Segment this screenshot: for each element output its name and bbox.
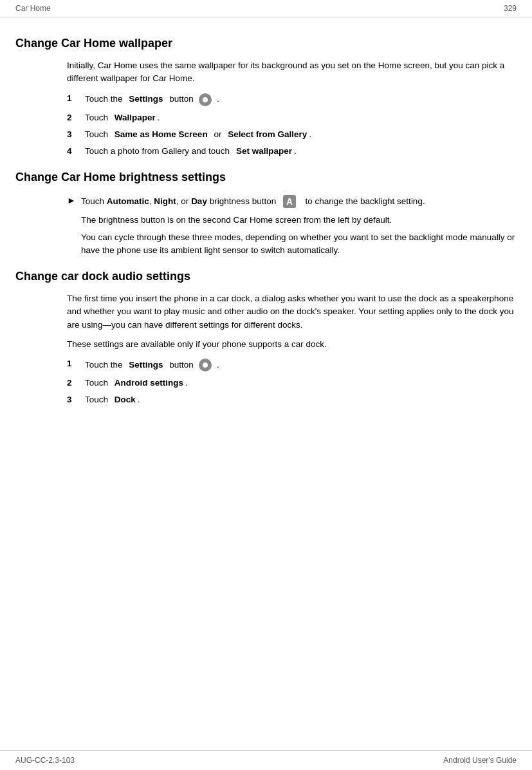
step-content-3: Touch Same as Home Screen or Select from…: [85, 128, 517, 141]
audio-content: The first time you insert the phone in a…: [15, 292, 517, 407]
step-num-2: 2: [67, 111, 85, 124]
audio-step-1: 1 Touch the Settings button: [67, 357, 517, 373]
brightness-icon: A: [281, 193, 298, 210]
audio-section: Change car dock audio settings The first…: [15, 270, 517, 407]
step-num-3: 3: [67, 128, 85, 141]
header-left: Car Home: [15, 4, 51, 13]
settings-icon-2: [197, 357, 213, 373]
svg-point-9: [203, 362, 208, 368]
brightness-section: Change Car Home brightness settings ► To…: [15, 171, 517, 257]
footer-bar: AUG-CC-2.3-103 Android User's Guide: [0, 750, 532, 770]
audio-step1-bold: Settings: [129, 359, 163, 371]
audio-step3-bold: Dock: [115, 393, 136, 406]
brightness-bullet-list: ► Touch Automatic, Night, or Day brightn…: [67, 193, 517, 257]
brightness-sep2: , or: [176, 196, 189, 206]
brightness-bold3: Day: [191, 196, 207, 206]
step3-text-after: .: [309, 128, 311, 141]
brightness-text-mid: brightness button: [210, 196, 277, 206]
wallpaper-step-2: 2 Touch Wallpaper.: [67, 111, 517, 124]
brightness-content: ► Touch Automatic, Night, or Day brightn…: [15, 193, 517, 257]
step-num-4: 4: [67, 145, 85, 158]
audio-step-content-2: Touch Android settings.: [85, 377, 517, 390]
header-right: 329: [504, 4, 517, 13]
step-num-1: 1: [67, 92, 85, 105]
step3-bold1: Same as Home Screen: [115, 128, 208, 141]
audio-step3-text-after: .: [138, 393, 140, 406]
step-content-1: Touch the Settings button: [85, 92, 517, 108]
brightness-bullet-content: Touch Automatic, Night, or Day brightnes…: [81, 193, 517, 257]
audio-step-content-3: Touch Dock.: [85, 393, 517, 406]
brightness-text-before: Touch: [81, 196, 104, 206]
audio-intro: The first time you insert the phone in a…: [67, 292, 517, 332]
settings-icon-1: [197, 92, 213, 108]
step4-text-before: Touch a photo from Gallery and touch: [85, 145, 230, 158]
svg-rect-2: [205, 93, 206, 96]
step2-text-before: Touch: [85, 111, 108, 124]
main-content: Change Car Home wallpaper Initially, Car…: [0, 17, 532, 750]
step3-text-before: Touch: [85, 128, 108, 141]
step4-bold: Set wallpaper: [236, 145, 292, 158]
wallpaper-step-4: 4 Touch a photo from Gallery and touch S…: [67, 145, 517, 158]
audio-heading: Change car dock audio settings: [15, 270, 517, 283]
svg-rect-12: [199, 364, 201, 366]
wallpaper-steps: 1 Touch the Settings button: [67, 92, 517, 158]
step-content-4: Touch a photo from Gallery and touch Set…: [85, 145, 517, 158]
wallpaper-content: Initially, Car Home uses the same wallpa…: [15, 59, 517, 158]
audio-step2-text-after: .: [185, 377, 188, 390]
step4-text-after: .: [294, 145, 297, 158]
page-container: Car Home 329 Change Car Home wallpaper I…: [0, 0, 532, 770]
brightness-bold1: Automatic: [107, 196, 149, 206]
audio-step3-text-before: Touch: [85, 393, 108, 406]
audio-step-content-1: Touch the Settings button: [85, 357, 517, 373]
brightness-bullet-item: ► Touch Automatic, Night, or Day brightn…: [67, 193, 517, 257]
audio-step-num-3: 3: [67, 393, 85, 406]
svg-rect-4: [199, 99, 201, 100]
step3-text-mid: or: [214, 128, 221, 141]
audio-intro2: These settings are available only if you…: [67, 338, 517, 351]
audio-step-num-2: 2: [67, 377, 85, 390]
svg-rect-11: [205, 369, 206, 371]
audio-step-num-1: 1: [67, 357, 85, 370]
audio-step1-text-after: button: [169, 359, 194, 371]
step-content-2: Touch Wallpaper.: [85, 111, 517, 124]
svg-rect-13: [209, 364, 212, 366]
audio-step-2: 2 Touch Android settings.: [67, 377, 517, 390]
wallpaper-heading: Change Car Home wallpaper: [15, 37, 517, 50]
brightness-heading: Change Car Home brightness settings: [15, 171, 517, 184]
footer-left: AUG-CC-2.3-103: [15, 756, 75, 765]
svg-rect-5: [209, 99, 212, 100]
audio-step2-bold: Android settings: [115, 377, 183, 390]
wallpaper-step-1: 1 Touch the Settings button: [67, 92, 517, 108]
header-bar: Car Home 329: [0, 0, 532, 17]
audio-steps: 1 Touch the Settings button: [67, 357, 517, 407]
audio-step-3: 3 Touch Dock.: [67, 393, 517, 406]
wallpaper-intro: Initially, Car Home uses the same wallpa…: [67, 59, 517, 86]
audio-step1-text-before: Touch the: [85, 359, 123, 371]
step1-bold: Settings: [129, 93, 163, 106]
step3-bold2: Select from Gallery: [228, 128, 307, 141]
audio-step2-text-before: Touch: [85, 377, 108, 390]
svg-rect-3: [205, 104, 206, 106]
wallpaper-section: Change Car Home wallpaper Initially, Car…: [15, 37, 517, 158]
wallpaper-step-3: 3 Touch Same as Home Screen or Select fr…: [67, 128, 517, 141]
step1-text-before: Touch the: [85, 93, 123, 106]
bullet-arrow-icon: ►: [67, 194, 81, 207]
brightness-sub-para-2: You can cycle through these three modes,…: [81, 231, 517, 258]
svg-point-1: [203, 97, 208, 102]
step1-text-end: .: [217, 93, 219, 106]
step1-text-after: button: [169, 93, 194, 106]
brightness-bold2: Night: [154, 196, 176, 206]
svg-rect-10: [205, 359, 206, 361]
audio-step1-text-end: .: [217, 359, 219, 371]
brightness-sep1: ,: [149, 196, 152, 206]
svg-text:A: A: [286, 196, 293, 207]
footer-right: Android User's Guide: [443, 756, 517, 765]
step2-text-after: .: [158, 111, 160, 124]
brightness-text-after: to change the backlight setting.: [306, 196, 425, 206]
step2-bold: Wallpaper: [115, 111, 156, 124]
brightness-sub-para-1: The brightness button is on the second C…: [81, 214, 517, 227]
